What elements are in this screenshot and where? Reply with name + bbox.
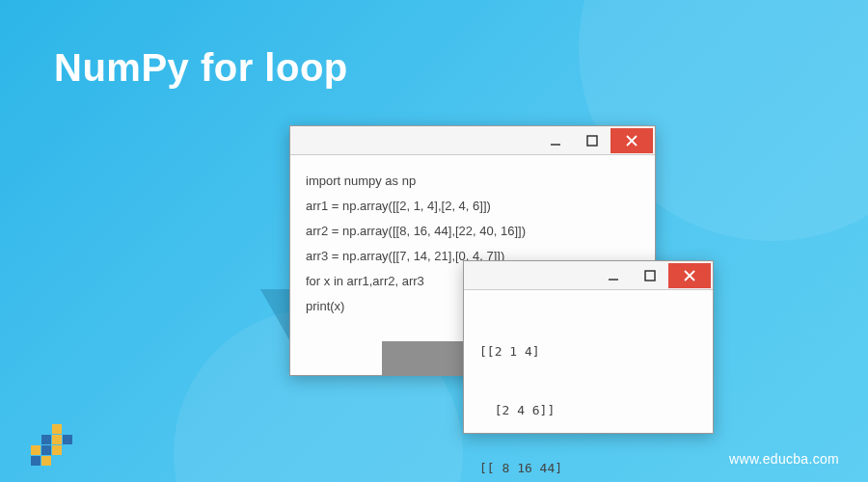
code-line: arr2 = np.array([[8, 16, 44],[22, 40, 16… [306, 219, 639, 244]
output-line: [2 4 6]] [479, 401, 697, 420]
code-line: arr1 = np.array([[2, 1, 4],[2, 4, 6]]) [306, 194, 639, 219]
close-icon[interactable] [668, 263, 711, 288]
titlebar [464, 261, 713, 290]
minimize-icon[interactable] [595, 265, 632, 286]
logo-pixel [41, 445, 51, 455]
output-line: [[ 8 16 44] [479, 459, 697, 478]
page-title: NumPy for loop [54, 46, 348, 90]
logo-pixel [52, 435, 62, 444]
code-line: import numpy as np [306, 169, 639, 194]
logo-pixel [63, 435, 72, 444]
logo-pixel [31, 445, 41, 455]
maximize-icon[interactable] [632, 265, 668, 286]
close-icon[interactable] [610, 128, 653, 153]
logo-pixel [52, 445, 62, 455]
decorative-block [382, 341, 469, 376]
svg-rect-5 [645, 271, 655, 281]
output-line: [[2 1 4] [479, 342, 697, 362]
svg-rect-1 [587, 136, 597, 146]
minimize-icon[interactable] [537, 130, 574, 151]
logo-pixel [52, 424, 62, 434]
logo-pixel [41, 435, 51, 444]
logo-pixel [41, 456, 51, 466]
site-url: www.educba.com [729, 451, 839, 467]
output-body: [[2 1 4] [2 4 6]] [[ 8 16 44] [22 40 16]… [464, 290, 713, 482]
titlebar [290, 126, 655, 155]
logo-pixel [31, 456, 41, 466]
educba-logo [31, 422, 73, 465]
output-window: [[2 1 4] [2 4 6]] [[ 8 16 44] [22 40 16]… [463, 260, 714, 434]
maximize-icon[interactable] [574, 130, 610, 151]
